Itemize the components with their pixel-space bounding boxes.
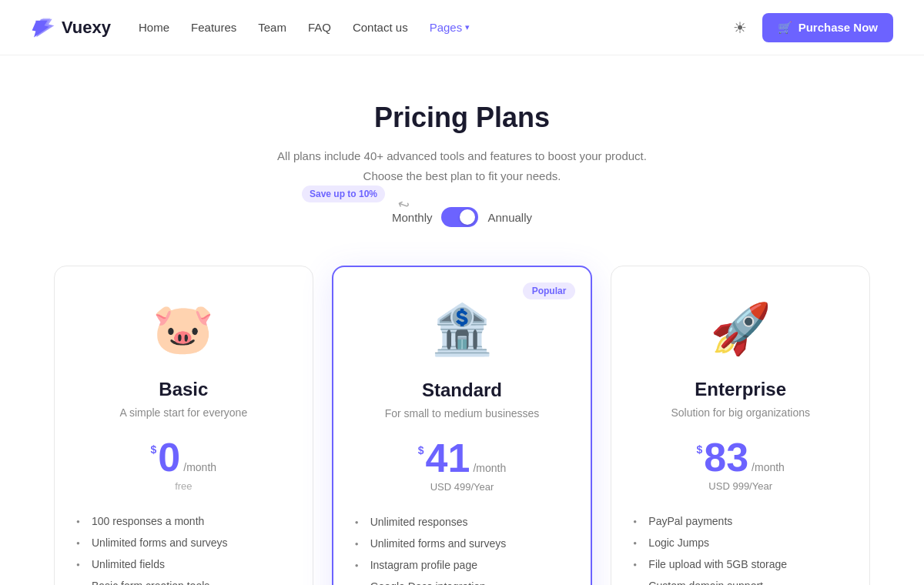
enterprise-feature-2: Logic Jumps (633, 532, 848, 553)
standard-title: Standard (355, 379, 570, 401)
pricing-section: Pricing Plans All plans include 40+ adva… (0, 55, 924, 585)
basic-price: 0 (158, 437, 180, 477)
annually-label: Annually (487, 211, 532, 224)
enterprise-feature-1: PayPal payments (633, 510, 848, 532)
pricing-cards: 🐷 Basic A simple start for everyone $ 0 … (38, 266, 886, 585)
logo[interactable]: Vuexy (31, 17, 111, 38)
basic-title: Basic (76, 379, 291, 400)
nav-right: ☀ 🛒 Purchase Now (730, 13, 893, 42)
nav-pages[interactable]: Pages ▾ (430, 21, 470, 34)
theme-toggle-button[interactable]: ☀ (730, 15, 750, 40)
purchase-now-button[interactable]: 🛒 Purchase Now (762, 13, 893, 42)
enterprise-period: /month (752, 461, 785, 473)
pricing-subtitle: All plans include 40+ advanced tools and… (31, 146, 893, 186)
enterprise-note: USD 999/Year (633, 480, 848, 492)
standard-feature-4: Google Docs integration (355, 576, 570, 585)
standard-price-row: $ 41 /month (355, 438, 570, 478)
enterprise-feature-4: Custom domain support (633, 575, 848, 585)
navbar: Vuexy Home Features Team FAQ Contact us … (0, 0, 924, 55)
chevron-down-icon: ▾ (465, 22, 470, 32)
enterprise-feature-3: File upload with 5GB storage (633, 553, 848, 575)
toggle-knob (460, 209, 475, 225)
nav-home[interactable]: Home (139, 21, 169, 34)
billing-toggle-wrapper: Save up to 10% ↩ Monthly Annually (31, 207, 893, 227)
standard-features: Unlimited responses Unlimited forms and … (355, 511, 570, 585)
standard-feature-2: Unlimited forms and surveys (355, 533, 570, 554)
standard-price: 41 (426, 438, 470, 478)
cart-icon: 🛒 (778, 21, 792, 35)
standard-currency: $ (418, 444, 424, 456)
logo-icon (31, 17, 55, 38)
plan-enterprise: 🚀 Enterprise Solution for big organizati… (611, 266, 870, 585)
enterprise-title: Enterprise (633, 379, 848, 400)
nav-features[interactable]: Features (191, 21, 236, 34)
standard-subtitle: For small to medium businesses (355, 407, 570, 420)
basic-feature-3: Unlimited fields (76, 553, 291, 575)
basic-note: free (76, 480, 291, 492)
standard-feature-1: Unlimited responses (355, 511, 570, 533)
plan-standard: Popular 🏦 Standard For small to medium b… (332, 266, 593, 585)
basic-feature-4: Basic form creation tools (76, 575, 291, 585)
enterprise-currency: $ (696, 443, 702, 456)
basic-subtitle: A simple start for everyone (76, 406, 291, 419)
basic-features: 100 responses a month Unlimited forms an… (76, 510, 291, 585)
basic-feature-1: 100 responses a month (76, 510, 291, 532)
nav-left: Vuexy Home Features Team FAQ Contact us … (31, 17, 470, 38)
nav-links: Home Features Team FAQ Contact us Pages … (139, 21, 470, 34)
enterprise-subtitle: Solution for big organizations (633, 406, 848, 419)
nav-faq[interactable]: FAQ (308, 21, 331, 34)
popular-badge: Popular (523, 282, 576, 299)
nav-contact[interactable]: Contact us (353, 21, 408, 34)
basic-currency: $ (151, 443, 157, 456)
enterprise-price-row: $ 83 /month (633, 437, 848, 477)
basic-feature-2: Unlimited forms and surveys (76, 532, 291, 553)
save-badge: Save up to 10% (302, 186, 385, 202)
basic-icon: 🐷 (149, 294, 218, 363)
pricing-title: Pricing Plans (31, 102, 893, 134)
plan-basic: 🐷 Basic A simple start for everyone $ 0 … (54, 266, 313, 585)
standard-feature-3: Instagram profile page (355, 554, 570, 576)
sun-icon: ☀ (733, 19, 747, 36)
basic-price-row: $ 0 /month (76, 437, 291, 477)
logo-text: Vuexy (62, 18, 111, 38)
basic-period: /month (183, 461, 216, 473)
enterprise-price: 83 (704, 437, 748, 477)
nav-team[interactable]: Team (258, 21, 286, 34)
enterprise-features: PayPal payments Logic Jumps File upload … (633, 510, 848, 585)
billing-toggle[interactable] (441, 207, 478, 227)
monthly-label: Monthly (392, 211, 433, 224)
standard-period: /month (473, 462, 506, 474)
enterprise-icon: 🚀 (706, 294, 775, 363)
standard-icon: 🏦 (427, 295, 497, 364)
standard-note: USD 499/Year (355, 481, 570, 493)
